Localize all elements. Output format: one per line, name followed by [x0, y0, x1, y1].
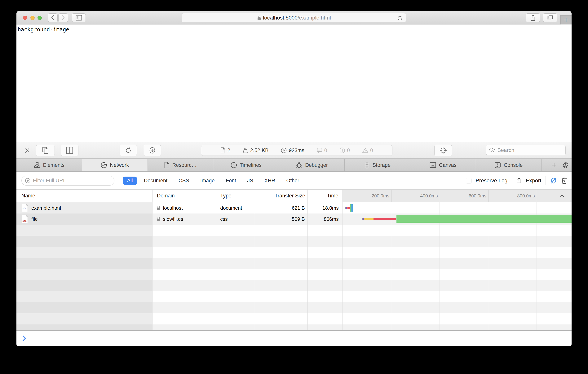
- clear-network-items-button[interactable]: [561, 177, 567, 184]
- waterfall-segment-request: [347, 207, 350, 209]
- disable-cache-toggle[interactable]: [550, 177, 557, 184]
- tab-storage[interactable]: Storage: [345, 159, 410, 171]
- minimize-window-button[interactable]: [31, 16, 35, 20]
- browser-titlebar: localhost:5000/example.html +: [16, 11, 572, 24]
- timeline-tick-line: [488, 190, 489, 202]
- name-cell: <> example.html: [16, 202, 152, 214]
- download-web-archive-button[interactable]: [144, 145, 161, 156]
- stat-warnings: 0: [362, 147, 373, 153]
- element-picker-button[interactable]: [434, 145, 452, 156]
- tab-label: Debugger: [305, 162, 328, 168]
- tab-label: Resourc…: [172, 162, 197, 168]
- waterfall-timeline-header[interactable]: 200.0ms400.0ms600.0ms800.0ms: [343, 190, 572, 202]
- address-bar[interactable]: localhost:5000/example.html: [182, 13, 406, 22]
- detach-window-icon: [42, 146, 49, 154]
- search-icon: [489, 147, 495, 153]
- filter-button-css[interactable]: CSS: [174, 177, 193, 185]
- filter-button-js[interactable]: JS: [243, 177, 258, 185]
- tab-network[interactable]: Network: [82, 159, 148, 171]
- filter-button-document[interactable]: Document: [140, 177, 172, 185]
- console-prompt-chevron-icon: [22, 335, 27, 343]
- quick-console-bar[interactable]: [16, 330, 572, 346]
- waterfall-bars: [343, 214, 572, 225]
- share-button[interactable]: [526, 13, 540, 22]
- timeline-tick-line: [537, 190, 537, 202]
- filter-button-image[interactable]: Image: [196, 177, 219, 185]
- canvas-icon: [429, 162, 436, 168]
- column-divider: [152, 190, 153, 202]
- column-header-time[interactable]: Time: [307, 190, 338, 202]
- new-tab-plus-label: +: [564, 16, 568, 24]
- safari-window: localhost:5000/example.html + background…: [16, 11, 572, 346]
- stripe-rest-area: [152, 291, 572, 302]
- inspector-tab-bar: ElementsNetworkResourc…TimelinesDebugger…: [16, 159, 572, 172]
- stat-load-time: 923ms: [281, 147, 304, 153]
- close-window-button[interactable]: [23, 16, 27, 20]
- stripe-name-area: [16, 269, 152, 280]
- warning-triangle-icon: [362, 147, 368, 153]
- console-icon: [494, 162, 501, 168]
- inspector-settings-button[interactable]: [562, 162, 569, 168]
- reload-page-icon: [125, 146, 132, 154]
- table-stripe: [16, 291, 572, 302]
- stripe-name-area: [16, 225, 152, 236]
- search-input[interactable]: [497, 147, 554, 153]
- type-cell: document: [217, 202, 254, 214]
- resource-type-filters: AllDocumentCSSImageFontJSXHROther: [123, 176, 304, 186]
- inspector-reload-button[interactable]: [120, 145, 137, 156]
- forward-button[interactable]: [58, 13, 68, 22]
- timeline-tick-label: 800.0ms: [504, 190, 535, 202]
- inspector-search-field[interactable]: [486, 145, 566, 155]
- tab-elements[interactable]: Elements: [16, 159, 82, 171]
- dock-side-button[interactable]: [61, 145, 78, 156]
- network-row-file[interactable]: css file slowfil.es css 509 B 866ms: [16, 214, 572, 225]
- column-header-type[interactable]: Type: [220, 190, 231, 202]
- filter-button-other[interactable]: Other: [282, 177, 304, 185]
- sidebar-icon: [76, 15, 82, 21]
- column-header-name[interactable]: Name: [21, 190, 35, 202]
- debugger-icon: [296, 162, 303, 168]
- close-inspector-button[interactable]: [24, 147, 30, 153]
- stripe-rest-area: [152, 313, 572, 324]
- filter-button-xhr[interactable]: XHR: [260, 177, 279, 185]
- table-stripe: [16, 247, 572, 258]
- export-icon[interactable]: [516, 177, 522, 184]
- document-icon: [220, 147, 225, 153]
- export-button[interactable]: Export: [526, 177, 541, 184]
- add-tab-button[interactable]: [551, 162, 557, 168]
- url-filter-input[interactable]: [32, 177, 105, 184]
- svg-text:css: css: [22, 219, 27, 222]
- tab-label: Canvas: [439, 162, 457, 168]
- preserve-log-checkbox[interactable]: [466, 178, 472, 184]
- waterfall-segment-response: [397, 215, 572, 223]
- new-tab-button[interactable]: +: [560, 15, 572, 24]
- tab-label: Console: [504, 162, 523, 168]
- tab-debugger[interactable]: Debugger: [279, 159, 345, 171]
- preserve-log-label: Preserve Log: [476, 177, 508, 184]
- timeline-tick-label: 600.0ms: [456, 190, 486, 202]
- tab-canvas[interactable]: Canvas: [410, 159, 476, 171]
- column-header-transfer-size[interactable]: Transfer Size: [254, 190, 305, 202]
- filter-button-all[interactable]: All: [123, 177, 137, 185]
- network-row-example-html[interactable]: <> example.html localhost document 621 B…: [16, 202, 572, 214]
- url-filter-field[interactable]: [21, 176, 115, 186]
- tab-console[interactable]: Console: [476, 159, 542, 171]
- stripe-rest-area: [152, 324, 572, 330]
- reload-icon[interactable]: [397, 15, 403, 22]
- collapse-waterfall-chevron[interactable]: [560, 193, 565, 200]
- dock-detach-button[interactable]: [36, 145, 55, 156]
- tab-resourc[interactable]: Resourc…: [148, 159, 213, 171]
- filter-button-font[interactable]: Font: [221, 177, 240, 185]
- tab-overview-button[interactable]: [543, 13, 557, 22]
- stripe-rest-area: [152, 225, 572, 236]
- table-stripe: [16, 269, 572, 280]
- zoom-window-button[interactable]: [38, 16, 42, 20]
- stripe-rest-area: [152, 302, 572, 313]
- tls-lock-icon: [157, 205, 161, 211]
- column-header-domain[interactable]: Domain: [157, 190, 175, 202]
- tab-timelines[interactable]: Timelines: [213, 159, 279, 171]
- back-button[interactable]: [48, 13, 58, 22]
- resource-stats-box: 2 2.52 KB 923ms 0 0: [201, 145, 392, 156]
- sidebar-toggle-button[interactable]: [72, 13, 86, 22]
- screen-background: localhost:5000/example.html + background…: [0, 0, 588, 374]
